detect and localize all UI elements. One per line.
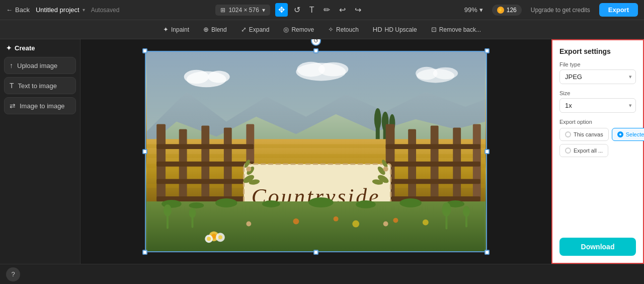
svg-point-58 [356,200,376,208]
upgrade-label: Upgrade to get credits [531,7,590,14]
canvas-wrapper: ↺ [145,51,487,252]
remove-bg-button[interactable]: ⊡ Remove back... [425,23,487,36]
handle-top-left[interactable] [142,48,147,53]
svg-point-83 [383,222,388,227]
selected-layers-button[interactable]: Selected I... [612,128,644,141]
this-canvas-radio-icon [565,131,571,137]
svg-rect-38 [386,144,480,149]
svg-point-3 [208,71,230,83]
project-name-text: Untitled project [36,6,79,14]
text-tool-button[interactable]: T [306,4,317,17]
project-name[interactable]: Untitled project ▾ [36,6,85,14]
size-section: Size 1x 2x 4x ▾ [559,90,636,113]
retouch-label: Retouch [336,26,359,33]
expand-label: Expand [249,26,270,33]
canvas-image[interactable]: Countryside [145,51,487,252]
handle-middle-left[interactable] [142,149,147,154]
back-label: Back [15,6,30,14]
toolbar-strip: ✦ Inpaint ⊕ Blend ⤢ Expand ◎ Remove ✧ Re… [0,20,644,39]
topbar-right: 99% ▾ ⚡ 126 Upgrade to get credits Expor… [460,3,638,17]
text-to-image-label: Text to image [18,82,57,90]
canvas-size-button[interactable]: ⊞ 1024 × 576 ▾ [215,5,270,16]
export-panel: Export settings File type JPEG PNG WebP … [551,39,644,264]
remove-button[interactable]: ◎ Remove [277,23,320,36]
svg-point-75 [293,219,299,225]
size-select[interactable]: 1x 2x 4x [559,98,636,113]
countryside-illustration: Countryside [146,52,486,251]
svg-point-59 [399,198,422,207]
help-icon: ? [11,270,15,278]
back-button[interactable]: ← Back [6,6,30,14]
upscale-icon: HD [373,26,382,33]
remove-bg-label: Remove back... [439,26,481,33]
file-type-label: File type [559,61,636,67]
svg-point-82 [246,222,251,227]
download-button[interactable]: Download [559,238,636,256]
credits-badge[interactable]: ⚡ 126 [492,5,522,16]
svg-rect-39 [386,162,480,167]
upload-icon: ↑ [10,61,13,69]
autosaved-status: Autosaved [91,7,120,14]
retouch-icon: ✧ [328,26,334,33]
inpaint-button[interactable]: ✦ Inpaint [157,23,195,36]
svg-point-78 [393,218,398,223]
svg-point-72 [207,237,211,241]
size-select-row: 1x 2x 4x ▾ [559,98,636,113]
handle-top-middle[interactable] [313,48,318,53]
file-type-select[interactable]: JPEG PNG WebP [559,69,636,84]
svg-point-56 [262,200,280,207]
svg-rect-40 [386,179,480,184]
remove-bg-icon: ⊡ [431,26,437,33]
export-option-row-1: This canvas Selected I... [559,128,636,141]
selected-label: Selected I... [626,131,644,137]
this-canvas-button[interactable]: This canvas [559,128,609,141]
handle-bottom-right[interactable] [485,250,490,255]
rotate-handle[interactable]: ↺ [311,39,321,46]
select-tool-button[interactable]: ✥ [275,3,288,17]
expand-icon: ⤢ [241,26,247,33]
upscale-button[interactable]: HD HD Upscale [367,23,423,36]
canvas-size-value: 1024 × 576 [228,7,259,14]
svg-point-57 [308,197,334,207]
svg-point-62 [164,204,172,217]
blend-icon: ⊕ [203,26,209,33]
handle-top-right[interactable] [485,48,490,53]
svg-point-80 [246,167,251,172]
upgrade-button[interactable]: Upgrade to get credits [527,5,594,16]
svg-point-81 [383,167,388,172]
expand-button[interactable]: ⤢ Expand [235,23,276,36]
size-chevron-icon: ▾ [262,7,265,14]
svg-point-77 [352,221,359,228]
zoom-button[interactable]: 99% ▾ [460,4,487,16]
export-all-radio-icon [565,148,571,154]
retouch-button[interactable]: ✧ Retouch [322,23,365,36]
create-icon: ✦ [6,44,12,52]
image-to-image-label: Image to image [20,102,65,110]
handle-bottom-middle[interactable] [313,250,318,255]
export-button[interactable]: Export [599,3,638,17]
svg-point-2 [184,70,209,84]
canvas-area: ↺ [80,39,551,264]
svg-point-64 [189,208,196,218]
sidebar-item-upload-image[interactable]: ↑ Upload image [4,57,76,74]
file-type-section: File type JPEG PNG WebP ▾ [559,61,636,84]
svg-rect-36 [156,179,254,184]
bottom-bar: ? [0,264,644,284]
svg-point-76 [334,217,339,222]
handle-middle-right[interactable] [485,149,490,154]
export-panel-title: Export settings [559,47,636,55]
sidebar-item-image-to-image[interactable]: ⇄ Image to image [4,97,76,114]
size-label: Size [559,90,636,96]
svg-point-6 [318,62,348,77]
undo-button[interactable]: ↩ [336,3,349,17]
refresh-tool-button[interactable]: ↺ [291,3,303,17]
sidebar-item-text-to-image[interactable]: T Text to image [4,77,76,94]
export-option-section: Export option This canvas Selected I... [559,119,636,157]
handle-bottom-left[interactable] [142,250,147,255]
help-button[interactable]: ? [6,267,20,281]
export-all-button[interactable]: Export all ... [559,144,608,157]
blend-button[interactable]: ⊕ Blend [197,23,233,36]
svg-rect-41 [386,196,480,201]
pen-tool-button[interactable]: ✏ [320,3,333,17]
redo-button[interactable]: ↪ [352,3,364,17]
